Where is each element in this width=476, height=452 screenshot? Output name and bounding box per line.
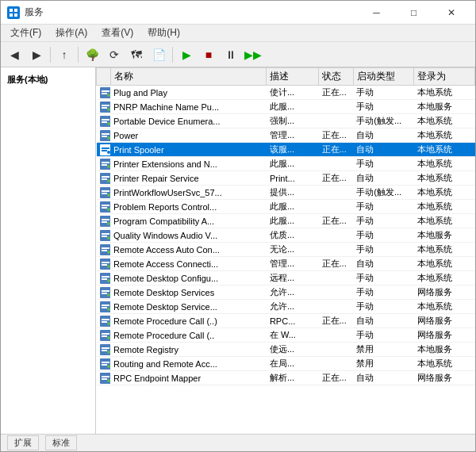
expand-button[interactable]: 扩展 bbox=[7, 435, 39, 450]
cell-status bbox=[319, 114, 354, 128]
back-button[interactable]: ◀ bbox=[4, 45, 25, 64]
cell-name: Plug and Play bbox=[110, 86, 267, 100]
table-row[interactable]: Remote Desktop Services允许...手动网络服务 bbox=[97, 285, 475, 300]
svg-rect-78 bbox=[102, 350, 107, 351]
svg-point-87 bbox=[107, 379, 110, 382]
minimize-button[interactable]: ─ bbox=[359, 5, 394, 21]
service-icon-cell bbox=[97, 214, 111, 228]
table-row[interactable]: Remote Desktop Configu...远程...手动本地系统 bbox=[97, 271, 475, 285]
cell-login: 本地系统 bbox=[414, 186, 475, 200]
table-row[interactable]: Remote Access Connecti...管理...正在...自动本地系… bbox=[97, 257, 475, 271]
cell-name: Remote Procedure Call (.. bbox=[110, 328, 267, 343]
services-table[interactable]: 名称 描述 状态 启动类型 登录为 Plug and Play使计...正在..… bbox=[96, 67, 475, 434]
cell-start: 手动 bbox=[353, 243, 414, 257]
table-row[interactable]: Printer Extensions and N...此服...手动本地系统 bbox=[97, 157, 475, 171]
table-row[interactable]: Remote Desktop Service...允许...手动本地系统 bbox=[97, 300, 475, 314]
cell-start: 手动 bbox=[353, 328, 414, 343]
cell-status bbox=[319, 271, 354, 285]
svg-rect-1 bbox=[14, 9, 17, 12]
play-button[interactable]: ▶ bbox=[176, 45, 197, 64]
main-window: 服务 ─ □ ✕ 文件(F) 操作(A) 查看(V) 帮助(H) ◀ ▶ ↑ 🌳… bbox=[0, 0, 476, 452]
svg-rect-33 bbox=[102, 190, 109, 192]
app-icon bbox=[7, 6, 20, 19]
cell-status: 正在... bbox=[319, 214, 354, 228]
col-header-name[interactable]: 名称 bbox=[110, 68, 267, 86]
svg-rect-57 bbox=[102, 276, 109, 278]
cell-login: 本地系统 bbox=[414, 257, 475, 271]
svg-rect-77 bbox=[102, 347, 109, 349]
close-button[interactable]: ✕ bbox=[433, 5, 469, 21]
cell-start: 手动 bbox=[353, 228, 414, 243]
table-row[interactable]: Plug and Play使计...正在...手动本地系统 bbox=[97, 86, 475, 100]
pause-button[interactable]: ⏸ bbox=[221, 45, 241, 64]
svg-point-67 bbox=[107, 308, 110, 311]
svg-rect-5 bbox=[102, 90, 109, 92]
table-row[interactable]: Power管理...正在...自动本地系统 bbox=[97, 128, 475, 143]
service-icon-cell bbox=[97, 143, 111, 157]
show-tree-button[interactable]: 🌳 bbox=[82, 45, 102, 64]
col-header-desc[interactable]: 描述 bbox=[267, 68, 319, 86]
svg-point-31 bbox=[107, 179, 110, 182]
service-icon-cell bbox=[97, 271, 111, 285]
table-row[interactable]: Remote Procedure Call (..在 W...手动网络服务 bbox=[97, 328, 475, 343]
cell-status bbox=[319, 228, 354, 243]
service-icon-cell bbox=[97, 257, 111, 271]
table-row[interactable]: Print Spooler该服...正在...自动本地系统 bbox=[97, 143, 475, 157]
table-row[interactable]: PNRP Machine Name Pu...此服...手动本地服务 bbox=[97, 100, 475, 114]
cell-start: 自动 bbox=[353, 314, 414, 328]
table-row[interactable]: PrintWorkflowUserSvc_57...提供...手动(触发...本… bbox=[97, 186, 475, 200]
table-row[interactable]: Remote Registry使远...禁用本地服务 bbox=[97, 343, 475, 357]
cell-start: 手动 bbox=[353, 214, 414, 228]
forward-button[interactable]: ▶ bbox=[26, 45, 47, 64]
map-button[interactable]: 🗺 bbox=[126, 45, 147, 64]
menu-help[interactable]: 帮助(H) bbox=[141, 25, 186, 41]
up-button[interactable]: ↑ bbox=[54, 45, 75, 64]
table-row[interactable]: Routing and Remote Acc...在局...禁用本地系统 bbox=[97, 357, 475, 371]
col-header-start[interactable]: 启动类型 bbox=[353, 68, 414, 86]
svg-rect-46 bbox=[102, 236, 107, 237]
cell-desc: 远程... bbox=[267, 271, 319, 285]
table-row[interactable]: RPC Endpoint Mapper解析...正在...自动网络服务 bbox=[97, 371, 475, 385]
standard-button[interactable]: 标准 bbox=[45, 435, 77, 450]
table-row[interactable]: Portable Device Enumera...强制...手动(触发...本… bbox=[97, 114, 475, 128]
cell-start: 自动 bbox=[353, 128, 414, 143]
refresh-button[interactable]: ⟳ bbox=[104, 45, 125, 64]
svg-point-51 bbox=[107, 251, 110, 254]
col-header-login[interactable]: 登录为 bbox=[414, 68, 475, 86]
maximize-button[interactable]: □ bbox=[396, 5, 432, 21]
cell-login: 网络服务 bbox=[414, 285, 475, 300]
cell-login: 本地系统 bbox=[414, 86, 475, 100]
svg-point-39 bbox=[107, 208, 110, 211]
svg-rect-13 bbox=[102, 119, 109, 121]
cell-start: 手动 bbox=[353, 86, 414, 100]
cell-login: 网络服务 bbox=[414, 328, 475, 343]
restart-button[interactable]: ▶▶ bbox=[243, 45, 263, 64]
svg-rect-2 bbox=[10, 13, 13, 17]
table-row[interactable]: Remote Procedure Call (..)RPC...正在...自动网… bbox=[97, 314, 475, 328]
service-icon-cell bbox=[97, 200, 111, 214]
svg-rect-61 bbox=[102, 290, 109, 292]
col-header-status[interactable]: 状态 bbox=[319, 68, 354, 86]
svg-point-27 bbox=[107, 165, 110, 168]
cell-login: 本地系统 bbox=[414, 357, 475, 371]
properties-button[interactable]: 📄 bbox=[148, 45, 169, 64]
stop-button[interactable]: ■ bbox=[198, 45, 219, 64]
svg-rect-45 bbox=[102, 233, 109, 235]
cell-login: 本地服务 bbox=[414, 100, 475, 114]
menu-view[interactable]: 查看(V) bbox=[95, 25, 140, 41]
menu-action[interactable]: 操作(A) bbox=[49, 25, 94, 41]
table-row[interactable]: Remote Access Auto Con...无论...手动本地系统 bbox=[97, 243, 475, 257]
cell-status bbox=[319, 343, 354, 357]
table-row[interactable]: Printer Repair ServicePrint...正在...自动本地系… bbox=[97, 171, 475, 186]
table-row[interactable]: Quality Windows Audio V...优质...手动本地服务 bbox=[97, 228, 475, 243]
cell-login: 本地系统 bbox=[414, 214, 475, 228]
service-icon-cell bbox=[97, 228, 111, 243]
svg-point-55 bbox=[107, 265, 110, 268]
cell-desc: 优质... bbox=[267, 228, 319, 243]
table-row[interactable]: Program Compatibility A...此服...正在...手动本地… bbox=[97, 214, 475, 228]
menu-file[interactable]: 文件(F) bbox=[4, 25, 48, 41]
cell-desc: 此服... bbox=[267, 100, 319, 114]
service-icon-cell bbox=[97, 328, 111, 343]
table-row[interactable]: Problem Reports Control...此服...手动本地系统 bbox=[97, 200, 475, 214]
svg-rect-9 bbox=[102, 105, 109, 106]
